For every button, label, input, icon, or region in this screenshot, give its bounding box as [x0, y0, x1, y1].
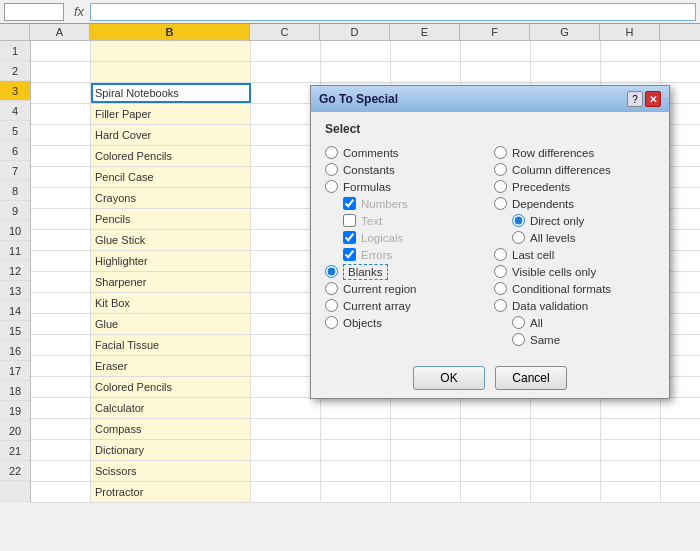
cell-C1[interactable]	[251, 41, 321, 61]
cell-A20[interactable]	[31, 440, 91, 460]
formula-bar-input[interactable]: Spiral Notebooks	[90, 3, 696, 21]
cell-D1[interactable]	[321, 41, 391, 61]
cell-A6[interactable]	[31, 146, 91, 166]
cell-B5[interactable]: Hard Cover	[91, 125, 251, 145]
cell-F19[interactable]	[461, 419, 531, 439]
cell-B7[interactable]: Pencil Case	[91, 167, 251, 187]
cell-B22[interactable]: Protractor	[91, 482, 251, 502]
row-header-5[interactable]: 5	[0, 121, 30, 141]
row-header-17[interactable]: 17	[0, 361, 30, 381]
row-header-15[interactable]: 15	[0, 321, 30, 341]
cell-E18[interactable]	[391, 398, 461, 418]
precedents-radio[interactable]	[494, 180, 507, 193]
cell-A16[interactable]	[31, 356, 91, 376]
cell-G1[interactable]	[531, 41, 601, 61]
cell-C20[interactable]	[251, 440, 321, 460]
cell-B13[interactable]: Kit Box	[91, 293, 251, 313]
row-header-18[interactable]: 18	[0, 381, 30, 401]
cell-B17[interactable]: Colored Pencils	[91, 377, 251, 397]
cell-B12[interactable]: Sharpener	[91, 272, 251, 292]
close-button[interactable]: ✕	[645, 91, 661, 107]
col-header-G[interactable]: G	[530, 24, 600, 40]
cell-D18[interactable]	[321, 398, 391, 418]
cell-A7[interactable]	[31, 167, 91, 187]
cell-G18[interactable]	[531, 398, 601, 418]
cell-A15[interactable]	[31, 335, 91, 355]
cell-H22[interactable]	[601, 482, 661, 502]
cell-A21[interactable]	[31, 461, 91, 481]
cell-B11[interactable]: Highlighter	[91, 251, 251, 271]
cell-A12[interactable]	[31, 272, 91, 292]
row-header-13[interactable]: 13	[0, 281, 30, 301]
cell-H19[interactable]	[601, 419, 661, 439]
cell-G22[interactable]	[531, 482, 601, 502]
cell-F18[interactable]	[461, 398, 531, 418]
cell-F21[interactable]	[461, 461, 531, 481]
cell-B6[interactable]: Colored Pencils	[91, 146, 251, 166]
blanks-radio[interactable]	[325, 265, 338, 278]
errors-checkbox[interactable]	[343, 248, 356, 261]
row-header-3[interactable]: 3	[0, 81, 30, 101]
row-header-20[interactable]: 20	[0, 421, 30, 441]
column-differences-radio[interactable]	[494, 163, 507, 176]
cell-D2[interactable]	[321, 62, 391, 82]
row-header-21[interactable]: 21	[0, 441, 30, 461]
logicals-checkbox[interactable]	[343, 231, 356, 244]
cell-E21[interactable]	[391, 461, 461, 481]
cell-E19[interactable]	[391, 419, 461, 439]
cell-A2[interactable]	[31, 62, 91, 82]
cell-A17[interactable]	[31, 377, 91, 397]
cell-G19[interactable]	[531, 419, 601, 439]
data-validation-radio[interactable]	[494, 299, 507, 312]
ok-button[interactable]: OK	[413, 366, 485, 390]
row-header-2[interactable]: 2	[0, 61, 30, 81]
cell-C2[interactable]	[251, 62, 321, 82]
row-header-10[interactable]: 10	[0, 221, 30, 241]
cell-D22[interactable]	[321, 482, 391, 502]
cell-C22[interactable]	[251, 482, 321, 502]
col-header-H[interactable]: H	[600, 24, 660, 40]
direct-only-radio[interactable]	[512, 214, 525, 227]
cell-G21[interactable]	[531, 461, 601, 481]
last-cell-radio[interactable]	[494, 248, 507, 261]
col-header-D[interactable]: D	[320, 24, 390, 40]
cell-A11[interactable]	[31, 251, 91, 271]
cell-C21[interactable]	[251, 461, 321, 481]
cell-F22[interactable]	[461, 482, 531, 502]
current-array-radio[interactable]	[325, 299, 338, 312]
cell-A14[interactable]	[31, 314, 91, 334]
cell-A1[interactable]	[31, 41, 91, 61]
row-header-9[interactable]: 9	[0, 201, 30, 221]
row-differences-radio[interactable]	[494, 146, 507, 159]
col-header-A[interactable]: A	[30, 24, 90, 40]
col-header-B[interactable]: B	[90, 24, 250, 40]
cell-H2[interactable]	[601, 62, 661, 82]
cell-A18[interactable]	[31, 398, 91, 418]
cell-B19[interactable]: Compass	[91, 419, 251, 439]
cell-A4[interactable]	[31, 104, 91, 124]
help-button[interactable]: ?	[627, 91, 643, 107]
comments-radio[interactable]	[325, 146, 338, 159]
row-header-14[interactable]: 14	[0, 301, 30, 321]
cell-G2[interactable]	[531, 62, 601, 82]
row-header-11[interactable]: 11	[0, 241, 30, 261]
cell-B15[interactable]: Facial Tissue	[91, 335, 251, 355]
cell-B4[interactable]: Filler Paper	[91, 104, 251, 124]
text-checkbox[interactable]	[343, 214, 356, 227]
cell-B20[interactable]: Dictionary	[91, 440, 251, 460]
cell-A9[interactable]	[31, 209, 91, 229]
formulas-radio[interactable]	[325, 180, 338, 193]
current-region-radio[interactable]	[325, 282, 338, 295]
cell-D19[interactable]	[321, 419, 391, 439]
dependents-radio[interactable]	[494, 197, 507, 210]
row-header-16[interactable]: 16	[0, 341, 30, 361]
cell-A5[interactable]	[31, 125, 91, 145]
cell-C18[interactable]	[251, 398, 321, 418]
numbers-checkbox[interactable]	[343, 197, 356, 210]
row-header-8[interactable]: 8	[0, 181, 30, 201]
cell-B8[interactable]: Crayons	[91, 188, 251, 208]
objects-radio[interactable]	[325, 316, 338, 329]
cell-C19[interactable]	[251, 419, 321, 439]
cell-F1[interactable]	[461, 41, 531, 61]
row-header-12[interactable]: 12	[0, 261, 30, 281]
